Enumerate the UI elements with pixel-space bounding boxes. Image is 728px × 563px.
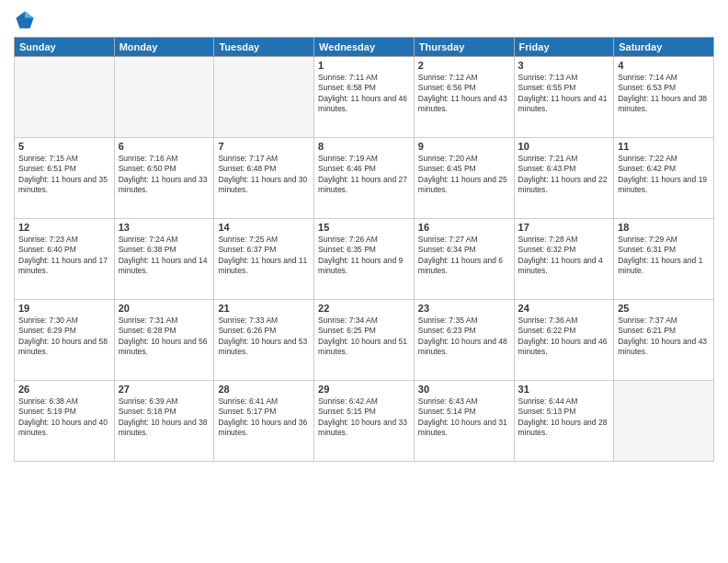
day-cell: 14Sunrise: 7:25 AMSunset: 6:37 PMDayligh… — [214, 219, 314, 300]
day-info: Sunrise: 7:17 AMSunset: 6:48 PMDaylight:… — [218, 154, 310, 196]
day-cell: 13Sunrise: 7:24 AMSunset: 6:38 PMDayligh… — [114, 219, 214, 300]
day-info: Sunrise: 7:33 AMSunset: 6:26 PMDaylight:… — [218, 316, 310, 358]
day-cell: 3Sunrise: 7:13 AMSunset: 6:55 PMDaylight… — [514, 57, 614, 138]
day-info: Sunrise: 7:16 AMSunset: 6:50 PMDaylight:… — [119, 154, 210, 196]
day-info: Sunrise: 7:35 AMSunset: 6:23 PMDaylight:… — [418, 316, 510, 358]
day-cell: 30Sunrise: 6:43 AMSunset: 5:14 PMDayligh… — [414, 381, 514, 462]
day-info: Sunrise: 7:34 AMSunset: 6:25 PMDaylight:… — [318, 316, 410, 358]
day-cell: 2Sunrise: 7:12 AMSunset: 6:56 PMDaylight… — [414, 57, 514, 138]
day-number: 10 — [518, 141, 610, 152]
day-info: Sunrise: 6:39 AMSunset: 5:18 PMDaylight:… — [119, 396, 210, 439]
logo-icon — [14, 9, 36, 31]
day-cell: 29Sunrise: 6:42 AMSunset: 5:15 PMDayligh… — [314, 381, 415, 462]
day-number: 18 — [618, 222, 710, 233]
day-info: Sunrise: 6:43 AMSunset: 5:14 PMDaylight:… — [418, 396, 510, 439]
weekday-wednesday: Wednesday — [314, 38, 415, 57]
day-info: Sunrise: 7:37 AMSunset: 6:21 PMDaylight:… — [618, 316, 710, 358]
day-info: Sunrise: 7:29 AMSunset: 6:31 PMDaylight:… — [618, 235, 710, 277]
day-cell — [15, 57, 115, 138]
day-info: Sunrise: 7:24 AMSunset: 6:38 PMDaylight:… — [119, 235, 210, 277]
day-cell: 11Sunrise: 7:22 AMSunset: 6:42 PMDayligh… — [614, 138, 714, 219]
day-number: 15 — [318, 222, 410, 233]
day-number: 30 — [418, 384, 510, 395]
week-row-3: 12Sunrise: 7:23 AMSunset: 6:40 PMDayligh… — [15, 219, 714, 300]
day-info: Sunrise: 7:14 AMSunset: 6:53 PMDaylight:… — [618, 73, 710, 115]
day-info: Sunrise: 7:26 AMSunset: 6:35 PMDaylight:… — [318, 235, 410, 277]
day-info: Sunrise: 6:41 AMSunset: 5:17 PMDaylight:… — [218, 396, 310, 439]
day-cell: 6Sunrise: 7:16 AMSunset: 6:50 PMDaylight… — [114, 138, 214, 219]
week-row-1: 1Sunrise: 7:11 AMSunset: 6:58 PMDaylight… — [15, 57, 714, 138]
day-number: 25 — [618, 303, 710, 314]
day-cell: 18Sunrise: 7:29 AMSunset: 6:31 PMDayligh… — [614, 219, 714, 300]
day-cell: 20Sunrise: 7:31 AMSunset: 6:28 PMDayligh… — [114, 300, 214, 381]
logo — [14, 9, 38, 31]
day-number: 4 — [618, 60, 710, 71]
day-number: 17 — [518, 222, 610, 233]
day-cell: 9Sunrise: 7:20 AMSunset: 6:45 PMDaylight… — [414, 138, 514, 219]
day-cell: 17Sunrise: 7:28 AMSunset: 6:32 PMDayligh… — [514, 219, 614, 300]
day-number: 3 — [518, 60, 610, 71]
week-row-4: 19Sunrise: 7:30 AMSunset: 6:29 PMDayligh… — [15, 300, 714, 381]
day-number: 20 — [119, 303, 210, 314]
day-cell: 1Sunrise: 7:11 AMSunset: 6:58 PMDaylight… — [314, 57, 415, 138]
day-number: 5 — [18, 141, 110, 152]
day-number: 9 — [418, 141, 510, 152]
day-cell: 10Sunrise: 7:21 AMSunset: 6:43 PMDayligh… — [514, 138, 614, 219]
week-row-2: 5Sunrise: 7:15 AMSunset: 6:51 PMDaylight… — [15, 138, 714, 219]
day-cell: 24Sunrise: 7:36 AMSunset: 6:22 PMDayligh… — [514, 300, 614, 381]
calendar: SundayMondayTuesdayWednesdayThursdayFrid… — [14, 37, 714, 462]
weekday-sunday: Sunday — [15, 38, 115, 57]
day-number: 27 — [119, 384, 210, 395]
day-number: 16 — [418, 222, 510, 233]
day-cell: 28Sunrise: 6:41 AMSunset: 5:17 PMDayligh… — [214, 381, 314, 462]
day-info: Sunrise: 7:31 AMSunset: 6:28 PMDaylight:… — [119, 316, 210, 358]
day-cell: 15Sunrise: 7:26 AMSunset: 6:35 PMDayligh… — [314, 219, 415, 300]
page: SundayMondayTuesdayWednesdayThursdayFrid… — [0, 0, 728, 563]
day-cell — [614, 381, 714, 462]
day-number: 6 — [119, 141, 210, 152]
day-cell — [214, 57, 314, 138]
day-cell: 7Sunrise: 7:17 AMSunset: 6:48 PMDaylight… — [214, 138, 314, 219]
day-cell: 12Sunrise: 7:23 AMSunset: 6:40 PMDayligh… — [15, 219, 115, 300]
day-info: Sunrise: 7:22 AMSunset: 6:42 PMDaylight:… — [618, 154, 710, 196]
day-number: 31 — [518, 384, 610, 395]
day-info: Sunrise: 7:11 AMSunset: 6:58 PMDaylight:… — [318, 73, 410, 115]
weekday-thursday: Thursday — [414, 38, 514, 57]
day-cell: 5Sunrise: 7:15 AMSunset: 6:51 PMDaylight… — [15, 138, 115, 219]
day-number: 1 — [318, 60, 410, 71]
day-info: Sunrise: 7:21 AMSunset: 6:43 PMDaylight:… — [518, 154, 610, 196]
day-number: 29 — [318, 384, 410, 395]
weekday-friday: Friday — [514, 38, 614, 57]
day-number: 26 — [18, 384, 110, 395]
day-number: 7 — [218, 141, 310, 152]
day-cell: 16Sunrise: 7:27 AMSunset: 6:34 PMDayligh… — [414, 219, 514, 300]
svg-marker-1 — [25, 11, 34, 17]
day-info: Sunrise: 7:12 AMSunset: 6:56 PMDaylight:… — [418, 73, 510, 115]
day-number: 8 — [318, 141, 410, 152]
day-info: Sunrise: 7:27 AMSunset: 6:34 PMDaylight:… — [418, 235, 510, 277]
day-cell: 31Sunrise: 6:44 AMSunset: 5:13 PMDayligh… — [514, 381, 614, 462]
day-number: 21 — [218, 303, 310, 314]
day-number: 11 — [618, 141, 710, 152]
day-info: Sunrise: 7:13 AMSunset: 6:55 PMDaylight:… — [518, 73, 610, 115]
day-number: 19 — [18, 303, 110, 314]
day-number: 24 — [518, 303, 610, 314]
day-info: Sunrise: 7:15 AMSunset: 6:51 PMDaylight:… — [18, 154, 110, 196]
weekday-monday: Monday — [114, 38, 214, 57]
header — [14, 9, 714, 31]
day-number: 14 — [218, 222, 310, 233]
day-info: Sunrise: 6:42 AMSunset: 5:15 PMDaylight:… — [318, 396, 410, 439]
day-info: Sunrise: 7:19 AMSunset: 6:46 PMDaylight:… — [318, 154, 410, 196]
day-cell: 25Sunrise: 7:37 AMSunset: 6:21 PMDayligh… — [614, 300, 714, 381]
day-cell: 23Sunrise: 7:35 AMSunset: 6:23 PMDayligh… — [414, 300, 514, 381]
day-info: Sunrise: 7:30 AMSunset: 6:29 PMDaylight:… — [18, 316, 110, 358]
weekday-saturday: Saturday — [614, 38, 714, 57]
day-number: 28 — [218, 384, 310, 395]
day-cell: 21Sunrise: 7:33 AMSunset: 6:26 PMDayligh… — [214, 300, 314, 381]
day-cell: 8Sunrise: 7:19 AMSunset: 6:46 PMDaylight… — [314, 138, 415, 219]
day-cell: 19Sunrise: 7:30 AMSunset: 6:29 PMDayligh… — [15, 300, 115, 381]
day-number: 2 — [418, 60, 510, 71]
day-info: Sunrise: 6:38 AMSunset: 5:19 PMDaylight:… — [18, 396, 110, 439]
day-cell: 22Sunrise: 7:34 AMSunset: 6:25 PMDayligh… — [314, 300, 415, 381]
day-info: Sunrise: 7:25 AMSunset: 6:37 PMDaylight:… — [218, 235, 310, 277]
